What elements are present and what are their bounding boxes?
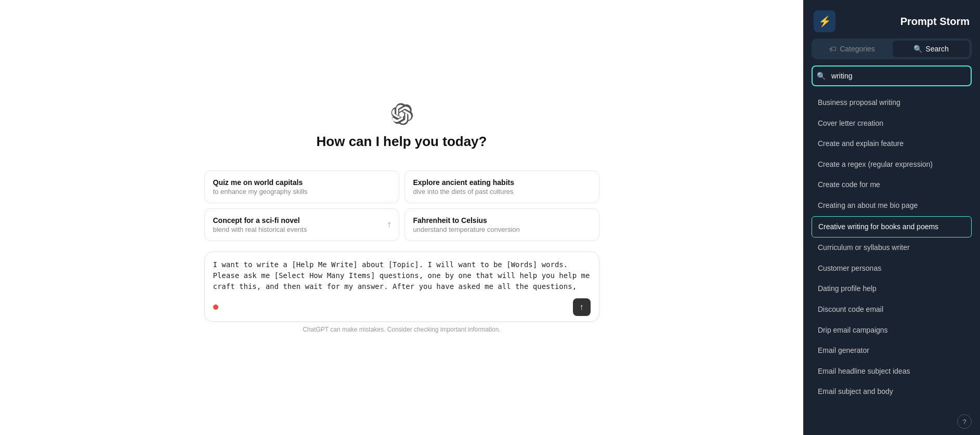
tab-search-label: Search	[925, 45, 948, 53]
suggestion-title-1: Explore ancient eating habits	[413, 178, 591, 187]
suggestion-subtitle-2: blend with real historical events	[213, 226, 390, 233]
tab-bar: 🏷 Categories 🔍 Search	[812, 38, 972, 59]
result-item-7[interactable]: Curriculum or syllabus writer	[812, 238, 972, 258]
lightning-button[interactable]: ⚡	[814, 10, 835, 32]
result-item-6[interactable]: Creative writing for books and poems	[812, 216, 972, 238]
sidebar: ⚡ Prompt Storm 🏷 Categories 🔍 Search 🔍 B…	[803, 0, 980, 435]
results-list: Business proposal writingCover letter cr…	[803, 93, 980, 408]
send-icon: ↑	[580, 302, 584, 312]
result-item-12[interactable]: Email generator	[812, 340, 972, 361]
chat-input-area: I want to write a [Help Me Write] about …	[204, 252, 599, 322]
result-item-9[interactable]: Dating profile help	[812, 279, 972, 299]
result-item-0[interactable]: Business proposal writing	[812, 93, 972, 113]
tab-categories-label: Categories	[840, 45, 875, 53]
arrow-up-icon: ↑	[387, 220, 391, 229]
suggestion-subtitle-3: understand temperature conversion	[413, 226, 591, 233]
input-footer: ↑	[213, 298, 591, 316]
main-heading: How can I help you today?	[317, 134, 487, 150]
suggestion-card-2[interactable]: Concept for a sci-fi novel blend with re…	[204, 208, 399, 241]
result-item-5[interactable]: Creating an about me bio page	[812, 195, 972, 216]
result-item-14[interactable]: Email subject and body	[812, 381, 972, 402]
disclaimer-text: ChatGPT can make mistakes. Consider chec…	[204, 326, 599, 333]
result-item-3[interactable]: Create a regex (regular expression)	[812, 154, 972, 175]
result-item-11[interactable]: Drip email campaigns	[812, 320, 972, 341]
search-tab-icon: 🔍	[913, 45, 922, 53]
result-item-13[interactable]: Email headline subject ideas	[812, 361, 972, 382]
lightning-icon: ⚡	[818, 15, 831, 28]
main-area: How can I help you today? Quiz me on wor…	[0, 0, 803, 435]
search-icon: 🔍	[817, 72, 826, 80]
result-item-2[interactable]: Create and explain feature	[812, 134, 972, 154]
chat-input[interactable]: I want to write a [Help Me Write] about …	[213, 259, 591, 292]
suggestion-title-0: Quiz me on world capitals	[213, 178, 390, 187]
question-icon: ?	[962, 418, 966, 426]
tag-icon: 🏷	[829, 45, 837, 53]
result-item-4[interactable]: Create code for me	[812, 175, 972, 195]
tab-categories[interactable]: 🏷 Categories	[814, 41, 891, 57]
suggestion-title-3: Fahrenheit to Celsius	[413, 216, 591, 225]
result-item-8[interactable]: Customer personas	[812, 258, 972, 279]
result-item-1[interactable]: Cover letter creation	[812, 113, 972, 134]
search-box: 🔍	[812, 65, 972, 86]
recording-indicator	[213, 305, 218, 310]
sidebar-footer: ?	[803, 408, 980, 435]
send-button[interactable]: ↑	[573, 298, 591, 316]
suggestion-grid: Quiz me on world capitals to enhance my …	[204, 170, 599, 241]
suggestion-card-3[interactable]: Fahrenheit to Celsius understand tempera…	[404, 208, 599, 241]
chatgpt-logo	[390, 102, 413, 125]
suggestion-card-1[interactable]: Explore ancient eating habits dive into …	[404, 170, 599, 203]
suggestion-card-0[interactable]: Quiz me on world capitals to enhance my …	[204, 170, 399, 203]
suggestion-subtitle-0: to enhance my geography skills	[213, 188, 390, 195]
result-item-10[interactable]: Discount code email	[812, 299, 972, 320]
help-button[interactable]: ?	[957, 414, 972, 429]
tab-search[interactable]: 🔍 Search	[893, 41, 970, 57]
suggestion-title-2: Concept for a sci-fi novel	[213, 216, 390, 225]
result-item-15[interactable]: Employee training manual writer	[812, 402, 972, 408]
sidebar-title: Prompt Storm	[900, 16, 970, 28]
search-input[interactable]	[812, 65, 972, 86]
suggestion-subtitle-1: dive into the diets of past cultures	[413, 188, 591, 195]
sidebar-header: ⚡ Prompt Storm	[803, 0, 980, 38]
